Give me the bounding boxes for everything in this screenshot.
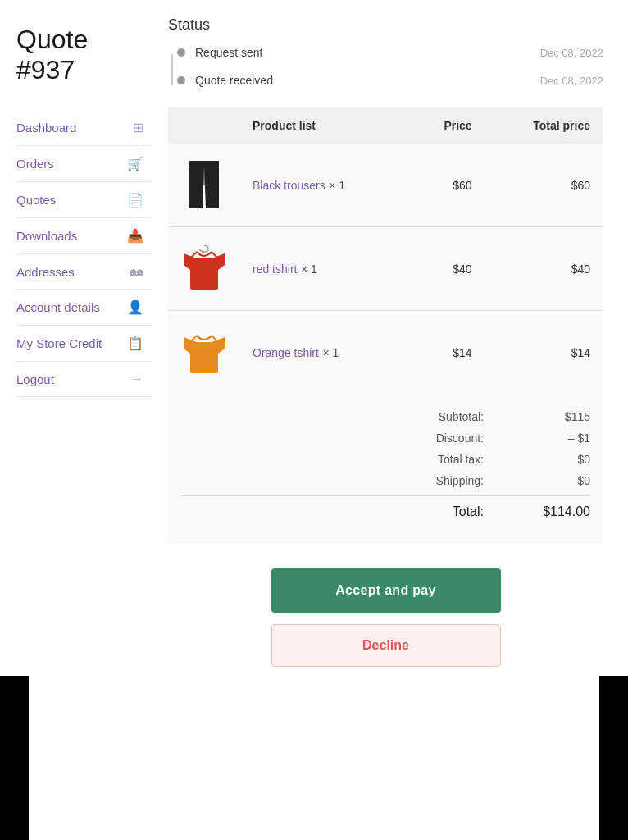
subtotal-value: $115 xyxy=(533,410,590,423)
product-qty-orange-tshirt: × 1 xyxy=(322,346,339,359)
accept-pay-button[interactable]: Accept and pay xyxy=(271,568,501,613)
table-row: Black trousers × 1 $60 $60 xyxy=(168,144,603,227)
store-credit-icon: 📋 xyxy=(127,336,143,351)
account-icon: 👤 xyxy=(127,299,143,315)
page-title: Quote #937 xyxy=(16,16,152,85)
col-header-price: Price xyxy=(408,107,485,144)
svg-rect-4 xyxy=(190,258,218,290)
orange-tshirt-svg xyxy=(184,329,225,377)
sidebar-item-quotes[interactable]: Quotes 📄 xyxy=(16,182,152,218)
total-row: Total: $114.00 xyxy=(181,495,590,519)
product-image-orange-tshirt xyxy=(181,326,226,379)
product-image-cell-red-tshirt xyxy=(168,227,239,311)
product-total-orange-tshirt: $14 xyxy=(485,311,603,395)
sidebar-item-account-details[interactable]: Account details 👤 xyxy=(16,290,152,326)
table-row: Orange tshirt × 1 $14 $14 xyxy=(168,311,603,395)
product-image-cell-orange-tshirt xyxy=(168,311,239,395)
logout-icon: → xyxy=(130,372,143,386)
sidebar-item-dashboard[interactable]: Dashboard ⊞ xyxy=(16,110,152,146)
total-value: $114.00 xyxy=(533,504,590,519)
timeline-label-request: Request sent xyxy=(195,46,263,59)
red-tshirt-svg xyxy=(184,245,225,293)
table-header-row: Product list Price Total price xyxy=(168,107,603,144)
product-price-trousers: $60 xyxy=(408,144,485,227)
tax-label: Total tax: xyxy=(410,453,484,466)
sidebar-item-logout[interactable]: Logout → xyxy=(16,362,152,397)
product-image-cell-trousers xyxy=(168,144,239,227)
action-buttons: Accept and pay Decline xyxy=(168,544,603,700)
discount-label: Discount: xyxy=(410,431,484,445)
product-qty-red-tshirt: × 1 xyxy=(301,262,317,276)
product-price-red-tshirt: $40 xyxy=(408,227,485,311)
dashboard-icon: ⊞ xyxy=(133,120,143,135)
timeline-connector-line xyxy=(171,54,173,85)
timeline-dot-quote xyxy=(177,76,185,84)
timeline-item-request: Request sent Dec 08, 2022 xyxy=(180,46,603,59)
col-header-product: Product list xyxy=(239,107,408,144)
product-qty-trousers: × 1 xyxy=(329,179,345,192)
timeline-dot-request xyxy=(177,48,185,57)
orders-icon: 🛒 xyxy=(127,156,143,171)
svg-rect-9 xyxy=(190,342,218,373)
product-name-trousers[interactable]: Black trousers xyxy=(253,179,325,192)
total-label: Total: xyxy=(410,504,484,519)
product-image-trousers xyxy=(181,158,226,212)
status-title: Status xyxy=(168,16,603,34)
discount-row: Discount: – $1 xyxy=(181,431,590,445)
svg-rect-0 xyxy=(189,161,219,167)
sidebar-item-orders[interactable]: Orders 🛒 xyxy=(16,146,152,182)
discount-value: – $1 xyxy=(533,431,590,445)
table-row: red tshirt × 1 $40 $40 xyxy=(168,227,603,311)
tax-value: $0 xyxy=(533,453,590,466)
timeline-label-quote: Quote received xyxy=(195,74,273,87)
timeline: Request sent Dec 08, 2022 Quote received… xyxy=(168,46,603,87)
shipping-value: $0 xyxy=(533,474,590,487)
timeline-date-quote: Dec 08, 2022 xyxy=(540,75,603,87)
sidebar-item-store-credit[interactable]: My Store Credit 📋 xyxy=(16,326,152,362)
sidebar: Quote #937 Dashboard ⊞ Orders 🛒 Quotes 📄… xyxy=(0,0,152,840)
product-name-cell-orange-tshirt: Orange tshirt × 1 xyxy=(239,311,408,395)
trousers-svg xyxy=(188,161,221,210)
product-name-orange-tshirt[interactable]: Orange tshirt xyxy=(253,346,319,359)
addresses-icon: 🏘 xyxy=(130,264,143,279)
product-name-red-tshirt[interactable]: red tshirt xyxy=(253,262,297,276)
tax-row: Total tax: $0 xyxy=(181,453,590,466)
product-image-red-tshirt xyxy=(181,242,226,295)
shipping-row: Shipping: $0 xyxy=(181,474,590,487)
col-header-total: Total price xyxy=(485,107,603,144)
timeline-date-request: Dec 08, 2022 xyxy=(540,47,603,59)
svg-marker-1 xyxy=(189,167,204,208)
subtotal-label: Subtotal: xyxy=(410,410,484,423)
shipping-label: Shipping: xyxy=(410,474,484,487)
svg-marker-2 xyxy=(204,167,219,208)
sidebar-item-addresses[interactable]: Addresses 🏘 xyxy=(16,254,152,290)
sidebar-item-downloads[interactable]: Downloads 📥 xyxy=(16,218,152,254)
quotes-icon: 📄 xyxy=(127,192,143,208)
product-table: Product list Price Total price xyxy=(168,107,603,394)
downloads-icon: 📥 xyxy=(127,228,143,244)
product-total-red-tshirt: $40 xyxy=(485,227,603,311)
product-name-cell-red-tshirt: red tshirt × 1 xyxy=(239,227,408,311)
totals-section: Subtotal: $115 Discount: – $1 Total tax:… xyxy=(168,394,603,544)
product-total-trousers: $60 xyxy=(485,144,603,227)
product-name-cell-trousers: Black trousers × 1 xyxy=(239,144,408,227)
main-content: Status Request sent Dec 08, 2022 Quote r… xyxy=(152,0,628,840)
product-price-orange-tshirt: $14 xyxy=(408,311,485,395)
decline-button[interactable]: Decline xyxy=(271,624,501,667)
status-section: Status Request sent Dec 08, 2022 Quote r… xyxy=(168,16,603,87)
subtotal-row: Subtotal: $115 xyxy=(181,410,590,423)
col-header-image xyxy=(168,107,239,144)
timeline-item-quote: Quote received Dec 08, 2022 xyxy=(180,74,603,87)
